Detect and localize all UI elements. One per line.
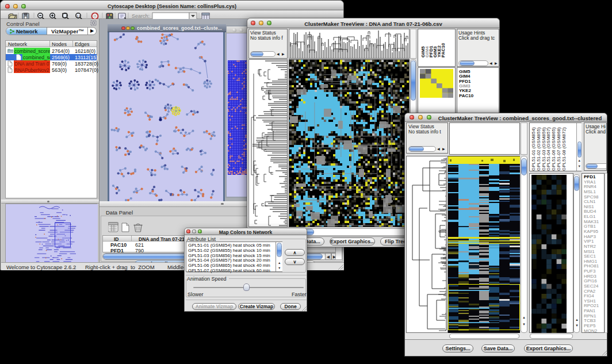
svg-text:1:1: 1:1: [76, 14, 81, 18]
svg-text:Search:: Search:: [132, 13, 150, 19]
